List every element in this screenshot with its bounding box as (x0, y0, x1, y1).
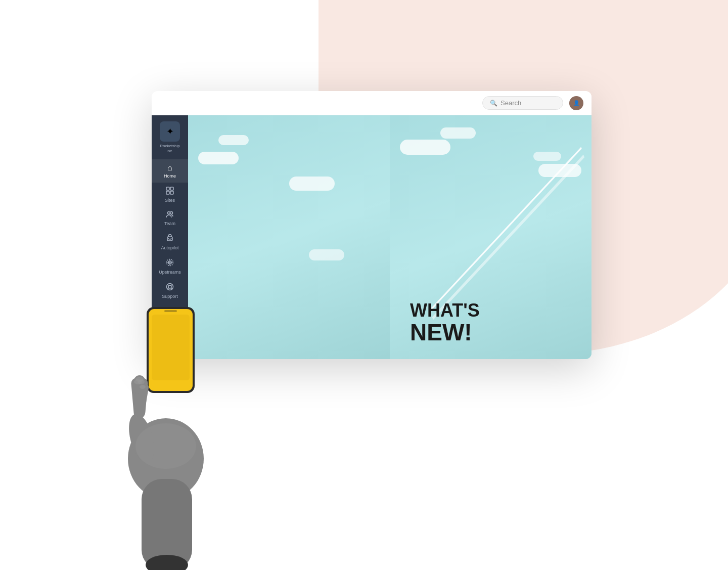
svg-point-8 (171, 238, 172, 239)
sidebar-logo[interactable]: ✦ (160, 121, 180, 142)
hand-with-phone (91, 277, 233, 570)
svg-rect-16 (152, 315, 190, 380)
svg-point-26 (140, 385, 146, 389)
svg-rect-3 (170, 191, 173, 194)
home-icon: ⌂ (167, 163, 172, 172)
svg-point-7 (168, 238, 169, 239)
avatar[interactable]: 👤 (569, 96, 583, 110)
browser-topbar: 🔍 Search 👤 (152, 91, 592, 115)
svg-rect-1 (170, 187, 173, 190)
hand-phone-svg (91, 277, 233, 570)
svg-rect-0 (166, 187, 169, 190)
logo-icon: ✦ (166, 126, 174, 137)
search-icon: 🔍 (490, 100, 497, 107)
sidebar-item-sites[interactable]: Sites (152, 183, 188, 207)
autopilot-label: Autopilot (161, 245, 178, 250)
search-bar[interactable]: 🔍 Search (482, 96, 563, 110)
whats-new-line1: WHAT'S (410, 300, 571, 321)
avatar-initials: 👤 (573, 100, 579, 106)
cloud-r3 (538, 164, 581, 177)
sidebar-item-autopilot[interactable]: Autopilot (152, 230, 188, 254)
sidebar-item-upstreams[interactable]: Upstreams (152, 254, 188, 279)
cloud-4 (309, 249, 344, 260)
whats-new-text: WHAT'S NEW! (410, 300, 571, 344)
cloud-2 (218, 135, 249, 145)
team-icon (166, 211, 174, 220)
cloud-1 (198, 152, 239, 164)
cloud-3 (289, 177, 335, 191)
search-input-label: Search (500, 99, 521, 107)
svg-rect-6 (167, 237, 172, 241)
content-right-panel: WHAT'S NEW! (390, 115, 592, 359)
cloud-r2 (440, 127, 476, 139)
logo-label: RocketshipInc. (160, 144, 180, 153)
cloud-r1 (400, 140, 450, 155)
svg-line-15 (433, 156, 584, 318)
team-label: Team (164, 221, 175, 226)
upstreams-label: Upstreams (159, 270, 181, 275)
whats-new-line2: NEW! (410, 321, 571, 344)
sidebar-item-team[interactable]: Team (152, 207, 188, 230)
autopilot-icon (166, 234, 174, 244)
svg-rect-17 (164, 310, 177, 312)
sidebar-item-home[interactable]: ⌂ Home (152, 159, 188, 183)
sites-icon (166, 187, 174, 197)
cloud-r4 (533, 152, 561, 161)
svg-point-25 (138, 379, 145, 384)
svg-point-27 (135, 423, 196, 469)
upstreams-icon (166, 258, 174, 269)
svg-rect-2 (166, 191, 169, 194)
content-area: WHAT'S NEW! (188, 115, 592, 359)
home-label: Home (164, 173, 176, 179)
svg-point-5 (170, 212, 173, 214)
sites-label: Sites (165, 198, 175, 203)
